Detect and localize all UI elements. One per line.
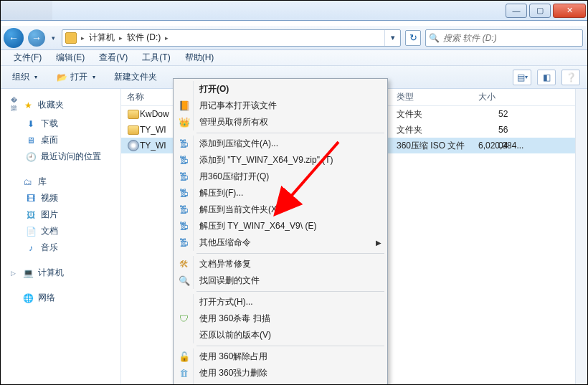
ctx-360-unlock[interactable]: 🔓使用 360解除占用 bbox=[175, 348, 386, 365]
video-icon: 🎞 bbox=[25, 193, 37, 204]
date-fragment: 52 bbox=[498, 109, 508, 119]
ctx-open[interactable]: 打开(O) bbox=[175, 81, 386, 98]
ctx-restore-version[interactable]: 还原以前的版本(V) bbox=[175, 327, 386, 343]
folder-icon bbox=[128, 125, 139, 135]
sidebar-documents[interactable]: 📄文档 bbox=[1, 223, 120, 239]
favorites-label: 收藏夹 bbox=[38, 99, 64, 111]
preview-pane-button[interactable]: ◧ bbox=[537, 70, 556, 85]
sidebar-downloads[interactable]: ⬇下载 bbox=[1, 115, 120, 132]
refresh-button[interactable]: ↻ bbox=[405, 30, 421, 46]
search-icon: 🔍 bbox=[177, 275, 191, 287]
unlock-icon: 🔓 bbox=[177, 351, 191, 363]
extract-icon: 🗜 bbox=[177, 204, 191, 217]
search-input[interactable] bbox=[442, 32, 582, 44]
star-icon: ★ bbox=[22, 100, 34, 111]
ctx-extract-to[interactable]: 🗜解压到(F)... bbox=[175, 185, 386, 201]
menu-tools[interactable]: 工具(T) bbox=[136, 50, 176, 65]
file-type: 文件夹 bbox=[397, 124, 478, 136]
ctx-360-manage-menu[interactable]: ❂使用 360管理右键菜单 bbox=[175, 381, 386, 385]
sidebar-videos[interactable]: 🎞视频 bbox=[1, 190, 120, 206]
computer-group[interactable]: ▷💻计算机 bbox=[1, 265, 120, 281]
chevron-right-icon[interactable]: ▸ bbox=[80, 34, 86, 42]
picture-icon: 🖼 bbox=[25, 209, 37, 221]
ctx-add-archive[interactable]: 🗜添加到压缩文件(A)... bbox=[175, 136, 386, 152]
menu-file[interactable]: 文件(F) bbox=[8, 50, 47, 65]
open-label: 打开 bbox=[70, 71, 87, 83]
menu-help[interactable]: 帮助(H) bbox=[179, 50, 220, 65]
menu-edit[interactable]: 编辑(E) bbox=[50, 50, 90, 65]
ctx-extract-named[interactable]: 🗜解压到 TY_WIN7_X64_V9\ (E) bbox=[175, 218, 386, 234]
window-titlebar: — ▢ ✕ bbox=[1, 1, 587, 21]
desktop-icon: 🖥 bbox=[25, 135, 37, 146]
ctx-360-force-delete[interactable]: 🗑使用 360强力删除 bbox=[175, 365, 386, 381]
sidebar-music[interactable]: ♪音乐 bbox=[1, 239, 120, 256]
ctx-doc-repair[interactable]: 🛠文档异常修复 bbox=[175, 256, 386, 272]
shield-icon: 🛡 bbox=[177, 313, 191, 325]
ctx-extract-here[interactable]: 🗜解压到当前文件夹(X) bbox=[175, 201, 386, 218]
archive-icon: 🗜 bbox=[177, 154, 191, 167]
file-type: 360压缩 ISO 文件 bbox=[397, 140, 478, 152]
menu-view[interactable]: 查看(V) bbox=[93, 50, 133, 65]
document-icon: 📄 bbox=[25, 226, 37, 237]
computer-icon: 💻 bbox=[22, 267, 34, 279]
ctx-360-scan[interactable]: 🛡使用 360杀毒 扫描 bbox=[175, 310, 386, 327]
chevron-right-icon[interactable]: ▸ bbox=[118, 34, 124, 42]
search-icon: 🔍 bbox=[426, 33, 442, 43]
archive-icon: 🗜 bbox=[177, 171, 191, 184]
search-box[interactable]: 🔍 bbox=[425, 29, 583, 47]
ctx-undelete[interactable]: 🔍找回误删的文件 bbox=[175, 272, 386, 289]
file-size: 6,020,384... bbox=[478, 141, 587, 151]
forward-button[interactable]: → bbox=[28, 29, 45, 47]
organize-label: 组织 bbox=[12, 71, 29, 83]
chevron-down-icon: ▾ bbox=[32, 74, 37, 80]
help-button[interactable]: ❔ bbox=[561, 70, 580, 85]
minimize-button[interactable]: — bbox=[506, 4, 527, 18]
back-button[interactable]: ← bbox=[4, 28, 24, 48]
col-type[interactable]: 类型 bbox=[397, 91, 478, 103]
navigation-row: ← → ▾ ▸ 计算机 ▸ 软件 (D:) ▸ ▾ ↻ 🔍 bbox=[1, 26, 587, 50]
sidebar-recent[interactable]: 🕘最近访问的位置 bbox=[1, 148, 120, 165]
folder-icon bbox=[128, 110, 139, 119]
titlebar-icon-area bbox=[1, 1, 52, 20]
organize-button[interactable]: 组织 ▾ bbox=[8, 68, 42, 86]
sidebar-pictures[interactable]: 🖼图片 bbox=[1, 206, 120, 223]
iso-icon bbox=[128, 140, 139, 151]
date-fragment: 04 bbox=[498, 141, 508, 151]
file-type: 文件夹 bbox=[397, 108, 478, 120]
nav-history-dropdown[interactable]: ▾ bbox=[49, 34, 57, 42]
sidebar-desktop[interactable]: 🖥桌面 bbox=[1, 132, 120, 148]
chevron-right-icon[interactable]: ▸ bbox=[163, 34, 170, 42]
col-size[interactable]: 大小 bbox=[478, 91, 587, 103]
new-folder-label: 新建文件夹 bbox=[114, 71, 157, 83]
open-button[interactable]: 📂 打开 ▾ bbox=[52, 68, 100, 86]
archive-icon: 🗜 bbox=[177, 138, 191, 151]
ctx-open-360zip[interactable]: 🗜用360压缩打开(Q) bbox=[175, 168, 386, 185]
libraries-group[interactable]: 🗂库 bbox=[1, 174, 120, 190]
ctx-other-compress[interactable]: 🗜其他压缩命令▶ bbox=[175, 234, 386, 251]
extract-icon: 🗜 bbox=[177, 187, 191, 200]
new-folder-button[interactable]: 新建文件夹 bbox=[110, 68, 161, 86]
maximize-button[interactable]: ▢ bbox=[529, 4, 551, 18]
drive-icon bbox=[65, 32, 77, 44]
ctx-open-with[interactable]: 打开方式(H)... bbox=[175, 294, 386, 310]
submenu-arrow-icon: ▶ bbox=[376, 239, 386, 247]
network-group[interactable]: 🌐网络 bbox=[1, 290, 120, 306]
download-icon: ⬇ bbox=[25, 118, 37, 130]
close-button[interactable]: ✕ bbox=[553, 4, 586, 18]
view-mode-button[interactable]: ▤ ▾ bbox=[513, 70, 531, 85]
scrollbar[interactable] bbox=[575, 89, 587, 384]
address-dropdown[interactable]: ▾ bbox=[384, 30, 400, 46]
crown-icon: 👑 bbox=[177, 116, 191, 129]
network-icon: 🌐 bbox=[22, 293, 34, 304]
extract-icon: 🗜 bbox=[177, 220, 191, 233]
favorites-group[interactable]: �樂★收藏夹 bbox=[1, 95, 120, 115]
breadcrumb-drive-d[interactable]: 软件 (D:) bbox=[124, 32, 163, 44]
address-bar[interactable]: ▸ 计算机 ▸ 软件 (D:) ▸ ▾ bbox=[62, 29, 401, 47]
ctx-add-zip[interactable]: 🗜添加到 "TY_WIN7_X64_V9.zip" (T) bbox=[175, 152, 386, 168]
library-icon: 🗂 bbox=[22, 176, 34, 188]
ctx-open-notepad[interactable]: 📙用记事本打开该文件 bbox=[175, 98, 386, 114]
recent-icon: 🕘 bbox=[25, 151, 37, 163]
archive-icon: 🗜 bbox=[177, 237, 191, 249]
breadcrumb-computer[interactable]: 计算机 bbox=[86, 32, 118, 44]
ctx-admin-own[interactable]: 👑管理员取得所有权 bbox=[175, 114, 386, 130]
